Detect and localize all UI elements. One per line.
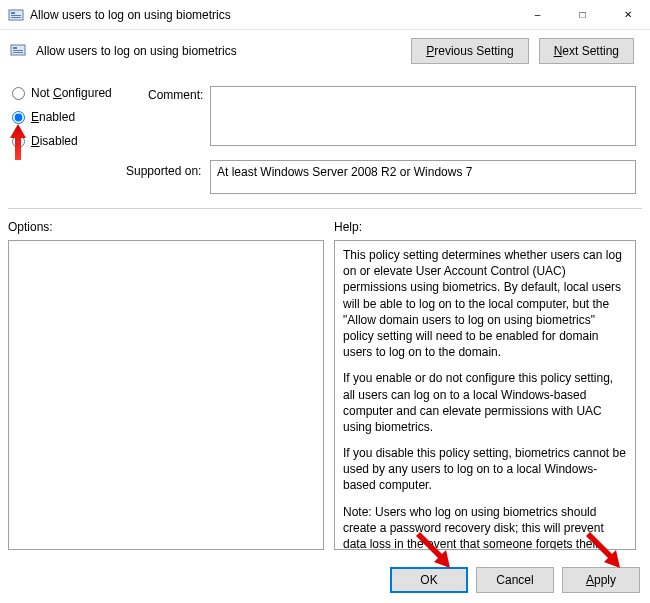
policy-icon: [8, 7, 24, 23]
window-title: Allow users to log on using biometrics: [30, 8, 515, 22]
header: Allow users to log on using biometrics P…: [0, 30, 650, 76]
svg-rect-6: [13, 50, 23, 51]
supported-on-label: Supported on:: [126, 164, 201, 178]
svg-rect-7: [13, 52, 23, 53]
options-panel: [8, 240, 324, 550]
minimize-button[interactable]: –: [515, 0, 560, 29]
radio-label: Enabled: [31, 110, 75, 124]
supported-on-text: At least Windows Server 2008 R2 or Windo…: [217, 165, 472, 179]
comment-textarea[interactable]: [210, 86, 636, 146]
radio-disabled[interactable]: Disabled: [12, 134, 112, 148]
help-panel[interactable]: This policy setting determines whether u…: [334, 240, 636, 550]
ok-button[interactable]: OK: [390, 567, 468, 593]
options-label: Options:: [8, 220, 53, 234]
previous-setting-button[interactable]: Previous Setting: [411, 38, 528, 64]
help-paragraph: If you enable or do not configure this p…: [343, 370, 627, 435]
radio-label: Not Configured: [31, 86, 112, 100]
svg-rect-5: [13, 47, 17, 49]
maximize-button[interactable]: □: [560, 0, 605, 29]
radio-enabled-input[interactable]: [12, 111, 25, 124]
next-setting-button[interactable]: Next Setting: [539, 38, 634, 64]
comment-label: Comment:: [148, 88, 203, 102]
policy-icon: [10, 42, 28, 60]
cancel-button[interactable]: Cancel: [476, 567, 554, 593]
radio-label: Disabled: [31, 134, 78, 148]
radio-not-configured[interactable]: Not Configured: [12, 86, 112, 100]
radio-disabled-input[interactable]: [12, 135, 25, 148]
help-paragraph: This policy setting determines whether u…: [343, 247, 627, 360]
dialog-buttons: OK Cancel Apply: [390, 567, 640, 593]
divider: [8, 208, 642, 209]
supported-on-box: At least Windows Server 2008 R2 or Windo…: [210, 160, 636, 194]
help-paragraph: If you disable this policy setting, biom…: [343, 445, 627, 494]
help-label: Help:: [334, 220, 362, 234]
radio-not-configured-input[interactable]: [12, 87, 25, 100]
svg-rect-1: [11, 12, 15, 14]
header-title: Allow users to log on using biometrics: [36, 44, 411, 58]
help-paragraph: Note: Users who log on using biometrics …: [343, 504, 627, 550]
titlebar: Allow users to log on using biometrics –…: [0, 0, 650, 30]
state-radio-group: Not Configured Enabled Disabled: [12, 86, 112, 148]
radio-enabled[interactable]: Enabled: [12, 110, 112, 124]
svg-rect-3: [11, 17, 21, 18]
apply-button[interactable]: Apply: [562, 567, 640, 593]
svg-rect-2: [11, 15, 21, 16]
close-button[interactable]: ✕: [605, 0, 650, 29]
